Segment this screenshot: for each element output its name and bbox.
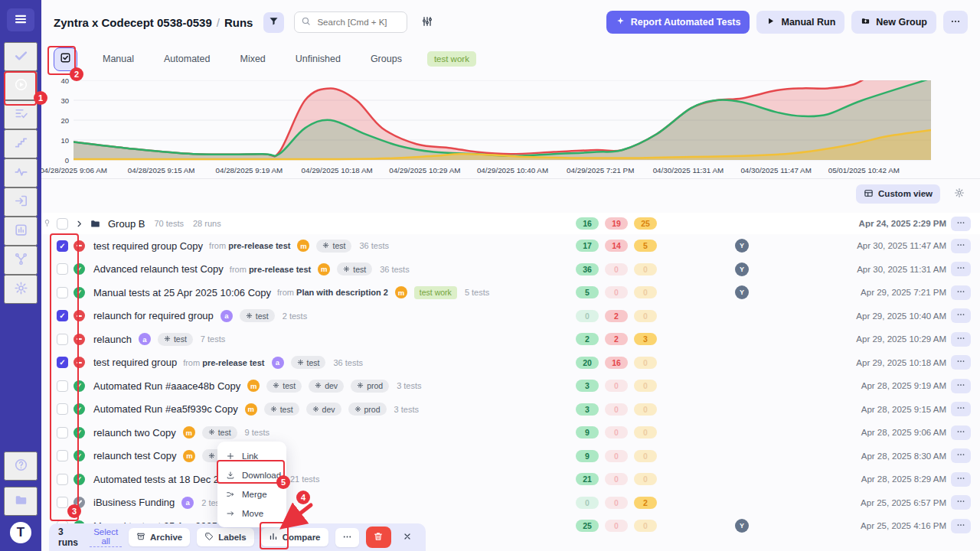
env-tag[interactable]: test [158,333,193,346]
row-checkbox[interactable] [57,403,68,415]
filter-button[interactable] [263,12,284,33]
manual-run-button[interactable]: Manual Run [756,11,844,34]
avatar[interactable]: Y [735,262,749,276]
row-checkbox[interactable]: ✓ [57,310,68,321]
env-tag[interactable]: test [264,403,299,416]
row-more-button[interactable] [951,402,971,416]
tab-automated[interactable]: Automated [159,53,214,65]
row-more-button[interactable] [951,239,971,253]
run-name[interactable]: relaunch [93,334,132,345]
tab-manual[interactable]: Manual [98,53,139,65]
menu-item-link[interactable]: Link [217,446,286,465]
table-row[interactable]: ✓test required groupfrom pre-release tes… [41,351,980,375]
table-row[interactable]: ✓relaunch two Copymtest9 tests900Apr 28,… [41,421,980,445]
tab-mixed[interactable]: Mixed [235,53,270,65]
row-more-button[interactable] [951,285,971,300]
table-row[interactable]: ✓relaunch test Copymtest9 tests900Apr 28… [41,445,980,468]
menu-item-download[interactable]: Download [217,465,286,484]
run-name[interactable]: Advanced relaunch test Copy [93,263,224,275]
row-more-button[interactable] [951,425,971,440]
env-tag[interactable]: prod [348,403,387,416]
search-settings-button[interactable] [416,15,438,31]
row-checkbox[interactable] [57,450,68,461]
label-chip[interactable]: test work [414,286,457,299]
env-tag[interactable]: test [316,240,351,253]
sidebar-item-branch[interactable] [4,246,38,275]
search-box[interactable] [294,11,407,33]
sidebar-item-pulse[interactable] [4,158,38,187]
run-name[interactable]: relaunch two Copy [93,427,176,439]
table-row[interactable]: ✓relaunch for required groupatest2 tests… [41,305,980,328]
row-more-button[interactable] [951,355,971,370]
compare-button[interactable]: Compare [261,528,328,546]
sidebar-item-play-circle[interactable] [4,71,38,100]
table-row[interactable]: iBusiness Fundinga2 tests002Apr 25, 2025… [41,491,980,515]
sidebar-item-list-check[interactable] [4,100,38,129]
archive-button[interactable]: Archive [129,528,190,546]
menu-item-merge[interactable]: Merge [217,484,286,504]
close-selection-button[interactable] [398,531,416,544]
table-row[interactable]: relaunchatest7 tests223Apr 29, 2025 10:2… [41,328,980,351]
run-name[interactable]: Automated Run #ea5f939c Copy [93,403,238,415]
env-tag[interactable]: test [266,380,302,393]
table-row[interactable]: ✓Manual tests at 25 Apr 2025 10:06 Copyf… [41,281,980,305]
chevron-right-icon[interactable] [75,220,83,228]
row-more-button[interactable] [951,332,971,347]
run-name[interactable]: relaunch for required group [93,310,214,321]
env-tag[interactable]: test [202,426,237,439]
row-more-button[interactable] [951,495,971,510]
run-name[interactable]: Automated Run #aaace48b Copy [93,380,240,392]
tab-groups[interactable]: Groups [366,53,407,65]
env-tag[interactable]: test [240,309,275,322]
menu-item-move[interactable]: Move [217,504,286,523]
row-checkbox[interactable] [57,497,68,508]
avatar[interactable]: Y [735,239,749,253]
env-tag[interactable]: prod [351,380,389,393]
tab-unfinished[interactable]: Unfinished [291,53,345,65]
sidebar-item-projects[interactable] [4,487,38,516]
delete-button[interactable] [366,527,391,548]
sidebar-item-gear[interactable] [4,275,38,304]
run-name[interactable]: test required group [93,357,177,368]
sidebar-item-analytics[interactable] [4,217,38,246]
row-checkbox[interactable] [57,380,68,392]
row-more-button[interactable] [951,262,971,276]
sidebar-item-import[interactable] [4,187,38,217]
row-checkbox[interactable] [57,427,68,439]
table-row[interactable]: ✓Advanced relaunch test Copyfrom pre-rel… [41,258,980,282]
row-more-button[interactable] [951,217,971,231]
row-checkbox[interactable]: ✓ [57,357,68,368]
selection-more-button[interactable] [335,528,359,547]
row-checkbox[interactable] [57,263,68,275]
env-tag[interactable]: test [291,356,326,369]
report-automated-tests-button[interactable]: Report Automated Tests [606,11,750,34]
header-more-button[interactable] [943,11,968,34]
row-more-button[interactable] [951,519,971,533]
view-settings-button[interactable] [949,187,969,201]
row-checkbox[interactable] [57,287,68,298]
avatar[interactable]: Y [735,519,749,533]
run-name[interactable]: test required group Copy [93,240,203,252]
filter-chip-test-work[interactable]: test work [427,51,476,67]
row-checkbox[interactable]: ✓ [57,240,68,252]
sidebar-item-help[interactable] [4,452,38,481]
env-tag[interactable]: test [337,262,372,276]
search-input[interactable] [315,17,400,28]
avatar[interactable]: Y [735,285,749,299]
run-name[interactable]: iBusiness Funding [93,497,175,508]
custom-view-button[interactable]: Custom view [856,184,940,204]
table-row[interactable]: ✓Automated Run #aaace48b Copymtestdevpro… [41,374,980,398]
group-row[interactable]: Group B70 tests28 runs161925Apr 24, 2025… [41,213,980,234]
select-all-link[interactable]: Select all [90,527,122,547]
labels-button[interactable]: Labels [197,528,253,546]
app-logo[interactable]: T [10,522,31,543]
row-more-button[interactable] [951,308,971,323]
menu-button[interactable] [7,8,34,31]
env-tag[interactable]: dev [309,380,344,393]
table-row[interactable]: ✓Automated tests at 18 Dec 2024 12:42m21… [41,468,980,491]
env-tag[interactable]: dev [306,403,341,416]
run-name[interactable]: relaunch test Copy [93,450,176,461]
group-checkbox[interactable] [57,218,68,230]
table-row[interactable]: ✓test required group Copyfrom pre-releas… [41,234,980,258]
row-more-button[interactable] [951,379,971,393]
